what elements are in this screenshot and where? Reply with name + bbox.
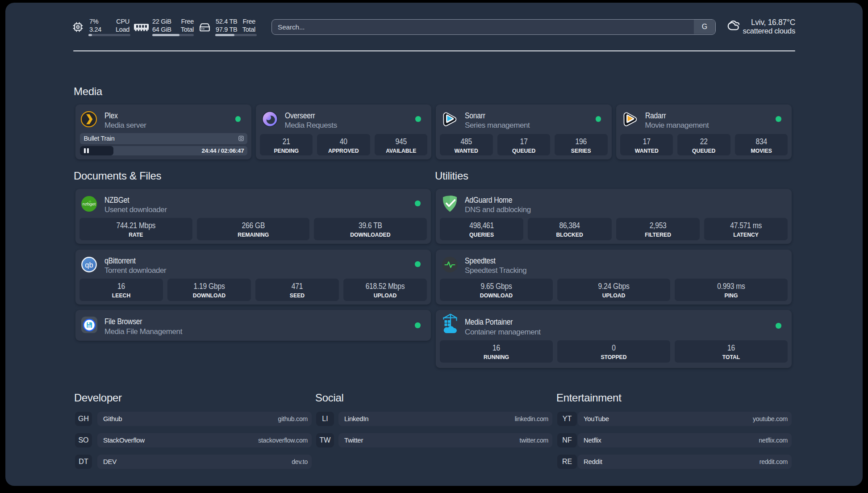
svg-text:nzbget: nzbget [83,201,96,206]
svg-text:qb: qb [85,261,93,269]
